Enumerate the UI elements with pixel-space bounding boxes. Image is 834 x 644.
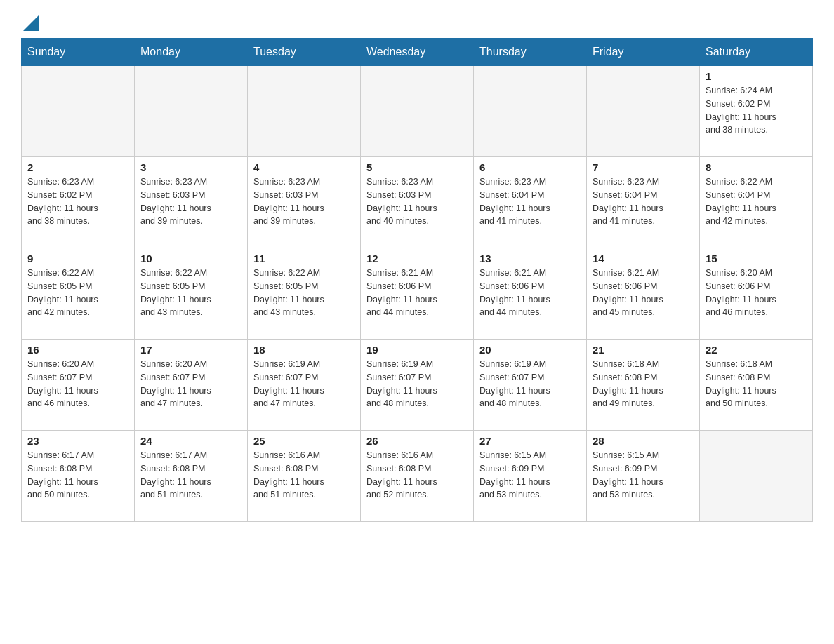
- page-header: [21, 14, 813, 31]
- day-number: 7: [593, 161, 694, 173]
- weekday-header-saturday: Saturday: [700, 39, 813, 66]
- day-info: Sunrise: 6:23 AM Sunset: 6:04 PM Dayligh…: [479, 175, 581, 228]
- day-info: Sunrise: 6:18 AM Sunset: 6:08 PM Dayligh…: [706, 358, 807, 410]
- calendar-day-cell: [248, 66, 361, 157]
- weekday-header-row: SundayMondayTuesdayWednesdayThursdayFrid…: [22, 39, 813, 66]
- day-number: 9: [27, 253, 128, 264]
- calendar-day-cell: 14Sunrise: 6:21 AM Sunset: 6:06 PM Dayli…: [587, 248, 700, 340]
- calendar-day-cell: 21Sunrise: 6:18 AM Sunset: 6:08 PM Dayli…: [587, 340, 700, 431]
- day-number: 21: [593, 344, 694, 356]
- calendar-day-cell: 7Sunrise: 6:23 AM Sunset: 6:04 PM Daylig…: [587, 157, 700, 248]
- day-number: 4: [253, 161, 355, 173]
- day-info: Sunrise: 6:15 AM Sunset: 6:09 PM Dayligh…: [479, 449, 581, 502]
- day-info: Sunrise: 6:21 AM Sunset: 6:06 PM Dayligh…: [366, 267, 468, 319]
- calendar-day-cell: 6Sunrise: 6:23 AM Sunset: 6:04 PM Daylig…: [474, 157, 587, 248]
- day-info: Sunrise: 6:21 AM Sunset: 6:06 PM Dayligh…: [479, 267, 581, 319]
- day-info: Sunrise: 6:15 AM Sunset: 6:09 PM Dayligh…: [593, 449, 694, 502]
- calendar-day-cell: 8Sunrise: 6:22 AM Sunset: 6:04 PM Daylig…: [700, 157, 813, 248]
- day-number: 8: [706, 161, 807, 173]
- day-number: 11: [253, 253, 355, 264]
- day-number: 16: [27, 344, 128, 356]
- day-number: 3: [140, 161, 241, 173]
- day-info: Sunrise: 6:17 AM Sunset: 6:08 PM Dayligh…: [27, 449, 128, 502]
- day-info: Sunrise: 6:16 AM Sunset: 6:08 PM Dayligh…: [366, 449, 468, 502]
- calendar-day-cell: 26Sunrise: 6:16 AM Sunset: 6:08 PM Dayli…: [361, 431, 474, 522]
- day-info: Sunrise: 6:24 AM Sunset: 6:02 PM Dayligh…: [706, 84, 807, 137]
- day-number: 15: [706, 253, 807, 264]
- calendar-day-cell: 9Sunrise: 6:22 AM Sunset: 6:05 PM Daylig…: [22, 248, 135, 340]
- day-number: 18: [253, 344, 355, 356]
- day-number: 24: [140, 435, 241, 447]
- weekday-header-monday: Monday: [135, 39, 248, 66]
- calendar-table: SundayMondayTuesdayWednesdayThursdayFrid…: [21, 38, 813, 522]
- weekday-header-tuesday: Tuesday: [248, 39, 361, 66]
- day-info: Sunrise: 6:20 AM Sunset: 6:06 PM Dayligh…: [706, 267, 807, 319]
- calendar-day-cell: 24Sunrise: 6:17 AM Sunset: 6:08 PM Dayli…: [135, 431, 248, 522]
- calendar-day-cell: 12Sunrise: 6:21 AM Sunset: 6:06 PM Dayli…: [361, 248, 474, 340]
- day-info: Sunrise: 6:23 AM Sunset: 6:02 PM Dayligh…: [27, 175, 128, 228]
- day-info: Sunrise: 6:23 AM Sunset: 6:03 PM Dayligh…: [140, 175, 241, 228]
- calendar-week-row: 16Sunrise: 6:20 AM Sunset: 6:07 PM Dayli…: [22, 340, 813, 431]
- weekday-header-friday: Friday: [587, 39, 700, 66]
- day-info: Sunrise: 6:16 AM Sunset: 6:08 PM Dayligh…: [253, 449, 355, 502]
- day-number: 14: [593, 253, 694, 264]
- weekday-header-sunday: Sunday: [22, 39, 135, 66]
- day-info: Sunrise: 6:22 AM Sunset: 6:05 PM Dayligh…: [27, 267, 128, 319]
- day-number: 2: [27, 161, 128, 173]
- calendar-week-row: 2Sunrise: 6:23 AM Sunset: 6:02 PM Daylig…: [22, 157, 813, 248]
- weekday-header-wednesday: Wednesday: [361, 39, 474, 66]
- calendar-day-cell: [587, 66, 700, 157]
- calendar-day-cell: 20Sunrise: 6:19 AM Sunset: 6:07 PM Dayli…: [474, 340, 587, 431]
- day-number: 28: [593, 435, 694, 447]
- calendar-day-cell: 28Sunrise: 6:15 AM Sunset: 6:09 PM Dayli…: [587, 431, 700, 522]
- calendar-day-cell: 23Sunrise: 6:17 AM Sunset: 6:08 PM Dayli…: [22, 431, 135, 522]
- calendar-day-cell: 5Sunrise: 6:23 AM Sunset: 6:03 PM Daylig…: [361, 157, 474, 248]
- day-number: 27: [479, 435, 581, 447]
- calendar-day-cell: 3Sunrise: 6:23 AM Sunset: 6:03 PM Daylig…: [135, 157, 248, 248]
- calendar-day-cell: [474, 66, 587, 157]
- calendar-day-cell: [22, 66, 135, 157]
- day-info: Sunrise: 6:22 AM Sunset: 6:05 PM Dayligh…: [253, 267, 355, 319]
- day-info: Sunrise: 6:18 AM Sunset: 6:08 PM Dayligh…: [593, 358, 694, 410]
- calendar-day-cell: 22Sunrise: 6:18 AM Sunset: 6:08 PM Dayli…: [700, 340, 813, 431]
- calendar-day-cell: 25Sunrise: 6:16 AM Sunset: 6:08 PM Dayli…: [248, 431, 361, 522]
- calendar-day-cell: 27Sunrise: 6:15 AM Sunset: 6:09 PM Dayli…: [474, 431, 587, 522]
- calendar-week-row: 9Sunrise: 6:22 AM Sunset: 6:05 PM Daylig…: [22, 248, 813, 340]
- calendar-day-cell: 15Sunrise: 6:20 AM Sunset: 6:06 PM Dayli…: [700, 248, 813, 340]
- calendar-day-cell: 16Sunrise: 6:20 AM Sunset: 6:07 PM Dayli…: [22, 340, 135, 431]
- calendar-day-cell: 19Sunrise: 6:19 AM Sunset: 6:07 PM Dayli…: [361, 340, 474, 431]
- day-number: 26: [366, 435, 468, 447]
- calendar-day-cell: [700, 431, 813, 522]
- day-number: 5: [366, 161, 468, 173]
- day-info: Sunrise: 6:19 AM Sunset: 6:07 PM Dayligh…: [479, 358, 581, 410]
- day-number: 13: [479, 253, 581, 264]
- day-number: 1: [706, 70, 807, 82]
- calendar-day-cell: 1Sunrise: 6:24 AM Sunset: 6:02 PM Daylig…: [700, 66, 813, 157]
- calendar-day-cell: 11Sunrise: 6:22 AM Sunset: 6:05 PM Dayli…: [248, 248, 361, 340]
- day-number: 6: [479, 161, 581, 173]
- svg-marker-0: [23, 15, 39, 31]
- calendar-day-cell: 10Sunrise: 6:22 AM Sunset: 6:05 PM Dayli…: [135, 248, 248, 340]
- day-info: Sunrise: 6:20 AM Sunset: 6:07 PM Dayligh…: [27, 358, 128, 410]
- calendar-day-cell: [361, 66, 474, 157]
- day-info: Sunrise: 6:23 AM Sunset: 6:04 PM Dayligh…: [593, 175, 694, 228]
- day-number: 22: [706, 344, 807, 356]
- calendar-day-cell: 17Sunrise: 6:20 AM Sunset: 6:07 PM Dayli…: [135, 340, 248, 431]
- day-info: Sunrise: 6:19 AM Sunset: 6:07 PM Dayligh…: [366, 358, 468, 410]
- calendar-day-cell: 13Sunrise: 6:21 AM Sunset: 6:06 PM Dayli…: [474, 248, 587, 340]
- calendar-day-cell: [135, 66, 248, 157]
- logo-triangle-icon: [23, 15, 39, 31]
- weekday-header-thursday: Thursday: [474, 39, 587, 66]
- calendar-day-cell: 18Sunrise: 6:19 AM Sunset: 6:07 PM Dayli…: [248, 340, 361, 431]
- day-info: Sunrise: 6:22 AM Sunset: 6:05 PM Dayligh…: [140, 267, 241, 319]
- day-info: Sunrise: 6:22 AM Sunset: 6:04 PM Dayligh…: [706, 175, 807, 228]
- calendar-week-row: 23Sunrise: 6:17 AM Sunset: 6:08 PM Dayli…: [22, 431, 813, 522]
- calendar-day-cell: 4Sunrise: 6:23 AM Sunset: 6:03 PM Daylig…: [248, 157, 361, 248]
- day-info: Sunrise: 6:21 AM Sunset: 6:06 PM Dayligh…: [593, 267, 694, 319]
- day-number: 23: [27, 435, 128, 447]
- day-info: Sunrise: 6:17 AM Sunset: 6:08 PM Dayligh…: [140, 449, 241, 502]
- calendar-day-cell: 2Sunrise: 6:23 AM Sunset: 6:02 PM Daylig…: [22, 157, 135, 248]
- logo: [21, 14, 39, 31]
- day-info: Sunrise: 6:23 AM Sunset: 6:03 PM Dayligh…: [366, 175, 468, 228]
- day-number: 25: [253, 435, 355, 447]
